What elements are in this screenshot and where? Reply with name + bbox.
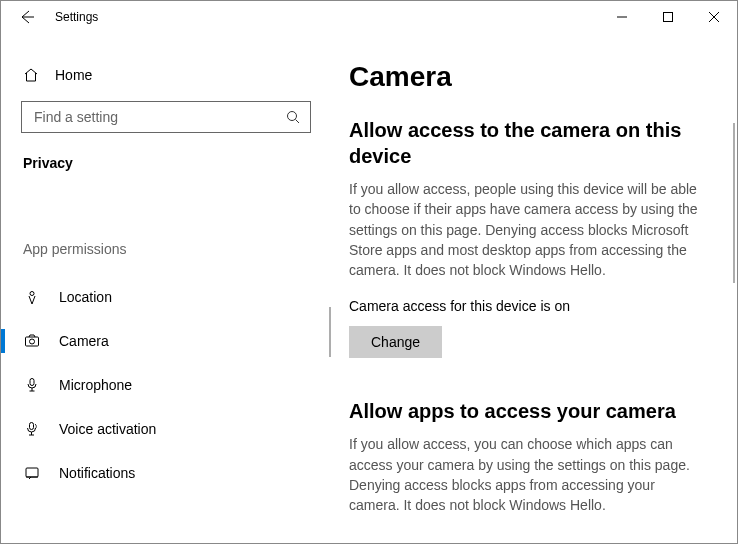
sidebar-item-label: Voice activation [59, 421, 156, 437]
sidebar-group-label: App permissions [1, 241, 331, 257]
maximize-icon [663, 12, 673, 22]
titlebar: Settings [1, 1, 737, 33]
main-pane: Camera Allow access to the camera on thi… [331, 33, 737, 543]
home-label: Home [55, 67, 92, 83]
notifications-icon [23, 465, 41, 481]
sidebar-section-title: Privacy [1, 133, 331, 171]
window-title: Settings [55, 10, 98, 24]
section-body-app-access: If you allow access, you can choose whic… [349, 434, 709, 515]
sidebar-item-label: Microphone [59, 377, 132, 393]
sidebar-item-notifications[interactable]: Notifications [1, 451, 331, 495]
home-nav[interactable]: Home [1, 57, 331, 93]
svg-rect-9 [30, 379, 34, 386]
svg-rect-11 [26, 468, 38, 477]
sidebar-item-location[interactable]: Location [1, 275, 331, 319]
home-icon [23, 67, 39, 83]
device-access-status: Camera access for this device is on [349, 298, 719, 314]
svg-rect-7 [26, 337, 39, 346]
svg-point-6 [30, 292, 34, 296]
sidebar-item-voice-activation[interactable]: Voice activation [1, 407, 331, 451]
minimize-icon [617, 12, 627, 22]
svg-rect-10 [30, 423, 34, 430]
microphone-icon [23, 377, 41, 393]
sidebar: Home Privacy App permissions Location [1, 33, 331, 543]
sidebar-item-camera[interactable]: Camera [1, 319, 331, 363]
main-scrollbar[interactable] [733, 123, 735, 283]
sidebar-item-label: Camera [59, 333, 109, 349]
search-box[interactable] [21, 101, 311, 133]
svg-point-8 [30, 339, 35, 344]
camera-icon [23, 333, 41, 349]
minimize-button[interactable] [599, 1, 645, 33]
location-icon [23, 289, 41, 305]
close-button[interactable] [691, 1, 737, 33]
page-title: Camera [349, 61, 719, 93]
section-heading-app-access: Allow apps to access your camera [349, 398, 719, 424]
search-icon [286, 110, 300, 124]
arrow-left-icon [19, 9, 35, 25]
section-heading-device-access: Allow access to the camera on this devic… [349, 117, 719, 169]
search-input[interactable] [32, 108, 286, 126]
change-button[interactable]: Change [349, 326, 442, 358]
svg-rect-1 [664, 13, 673, 22]
sidebar-nav: Location Camera Microphone [1, 275, 331, 495]
sidebar-item-microphone[interactable]: Microphone [1, 363, 331, 407]
maximize-button[interactable] [645, 1, 691, 33]
svg-point-4 [288, 112, 297, 121]
svg-line-5 [296, 120, 300, 124]
voice-icon [23, 421, 41, 437]
back-button[interactable] [17, 7, 37, 27]
section-body-device-access: If you allow access, people using this d… [349, 179, 709, 280]
sidebar-item-label: Notifications [59, 465, 135, 481]
close-icon [709, 12, 719, 22]
sidebar-item-label: Location [59, 289, 112, 305]
